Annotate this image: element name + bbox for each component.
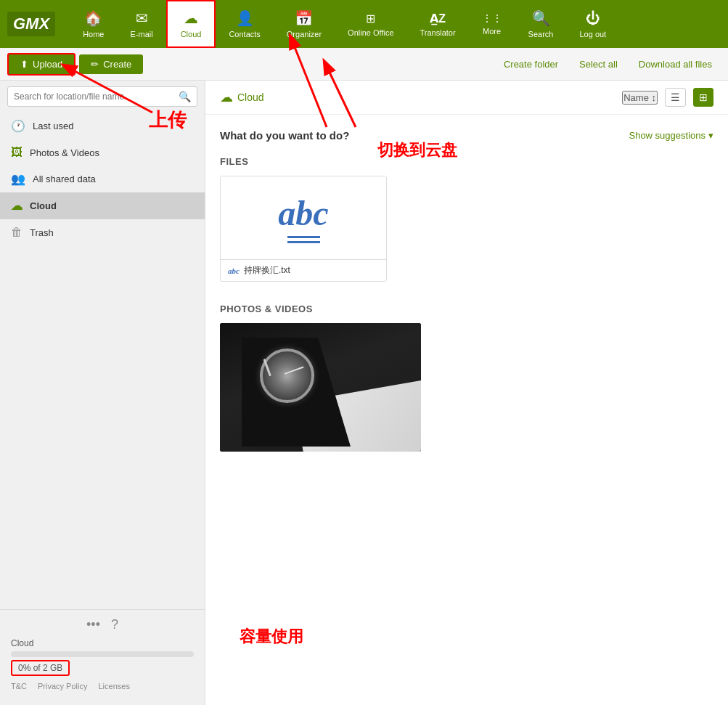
help-icon[interactable]: ? — [111, 617, 118, 632]
top-nav: GMX 🏠 Home ✉ E-mail ☁ Cloud 👤 Contacts 📅… — [0, 0, 728, 48]
more-icon: ⋮⋮ — [482, 12, 502, 24]
create-button[interactable]: ✏ Create — [79, 54, 143, 74]
footer-links: T&C Privacy Policy Licenses — [11, 682, 194, 690]
nav-logout[interactable]: ⏻ Log out — [566, 0, 619, 48]
footer-privacy-link[interactable]: Privacy Policy — [38, 682, 87, 690]
upload-icon: ⬆ — [20, 59, 28, 70]
file-name: abc 持牌换汇.txt — [221, 260, 386, 281]
clock-icon: 🕐 — [11, 119, 25, 133]
cloud-nav-icon: ☁ — [184, 9, 198, 27]
sidebar-item-cloud[interactable]: ☁ Cloud — [0, 192, 205, 219]
main-layout: 🔍 🕐 Last used 🖼 Photos & Videos 👥 All sh… — [0, 81, 728, 705]
create-folder-link[interactable]: Create folder — [495, 59, 567, 70]
nav-more[interactable]: ⋮⋮ More — [469, 0, 515, 48]
nav-email[interactable]: ✉ E-mail — [117, 0, 165, 48]
file-type-icon-large: abc — [278, 193, 328, 233]
nav-organizer-label: Organizer — [287, 30, 322, 38]
people-icon: 👥 — [11, 172, 25, 186]
upload-button[interactable]: ⬆ Upload — [7, 53, 75, 76]
file-badge: abc — [228, 266, 240, 275]
more-dots-icon[interactable]: ••• — [86, 617, 100, 632]
photos-section-title: Photos & Videos — [220, 303, 713, 314]
create-label: Create — [103, 59, 131, 70]
nav-contacts[interactable]: 👤 Contacts — [216, 0, 273, 48]
search-icon[interactable]: 🔍 — [179, 91, 191, 102]
gmx-logo: GMX — [7, 12, 55, 36]
download-all-link[interactable]: Download all files — [630, 59, 721, 70]
sidebar-item-last-used[interactable]: 🕐 Last used — [0, 113, 205, 139]
storage-bar — [11, 651, 194, 657]
nav-organizer[interactable]: 📅 Organizer — [274, 0, 335, 48]
organizer-icon: 📅 — [295, 9, 313, 27]
nav-translator[interactable]: A̲Z Translator — [407, 0, 469, 48]
breadcrumb-label: Cloud — [237, 91, 264, 103]
nav-translator-label: Translator — [420, 28, 456, 37]
sidebar-nav: 🕐 Last used 🖼 Photos & Videos 👥 All shar… — [0, 113, 205, 361]
nav-items: 🏠 Home ✉ E-mail ☁ Cloud 👤 Contacts 📅 Org… — [70, 0, 721, 48]
sidebar-item-photos-videos[interactable]: 🖼 Photos & Videos — [0, 139, 205, 166]
sidebar-item-trash[interactable]: 🗑 Trash — [0, 219, 205, 245]
search-input[interactable] — [14, 91, 179, 102]
trash-icon: 🗑 — [11, 226, 23, 239]
nav-email-label: E-mail — [130, 30, 152, 38]
logout-icon: ⏻ — [586, 10, 600, 27]
online-office-icon: ⊞ — [366, 12, 375, 25]
file-card-txt[interactable]: abc abc 持牌换汇.txt — [220, 176, 387, 282]
sidebar-footer: ••• ? Cloud 0% of 2 GB T&C Privacy Polic… — [0, 609, 205, 698]
sidebar-label-trash: Trash — [30, 227, 54, 238]
nav-online-office-label: Online Office — [348, 28, 393, 37]
nav-search[interactable]: 🔍 Search — [515, 0, 567, 48]
chevron-down-icon: ▾ — [708, 130, 713, 141]
nav-contacts-label: Contacts — [229, 30, 260, 38]
home-icon: 🏠 — [84, 9, 102, 27]
translator-icon: A̲Z — [430, 12, 446, 25]
file-underline2 — [287, 241, 320, 243]
photo-card[interactable] — [220, 323, 421, 452]
email-icon: ✉ — [136, 9, 148, 27]
nav-cloud[interactable]: ☁ Cloud — [166, 0, 216, 48]
watch-scene — [220, 323, 421, 452]
file-title: 持牌换汇.txt — [244, 264, 290, 277]
suggestion-bar: What do you want to do? Show suggestions… — [220, 129, 713, 142]
sidebar-item-all-shared[interactable]: 👥 All shared data — [0, 166, 205, 192]
photo-icon: 🖼 — [11, 146, 23, 159]
cloud-storage-label: Cloud — [11, 638, 194, 648]
show-suggestions-label: Show suggestions — [629, 130, 705, 141]
files-section-title: Files — [220, 156, 713, 167]
nav-cloud-label: Cloud — [181, 30, 202, 38]
list-view-button[interactable]: ☰ — [665, 88, 686, 107]
search-box[interactable]: 🔍 — [7, 86, 197, 107]
nav-online-office[interactable]: ⊞ Online Office — [335, 0, 406, 48]
file-preview: abc — [221, 176, 386, 260]
footer-tc-link[interactable]: T&C — [11, 682, 27, 690]
nav-search-label: Search — [528, 30, 554, 38]
grid-view-button[interactable]: ⊞ — [693, 88, 713, 107]
create-icon: ✏ — [91, 59, 99, 70]
nav-home-label: Home — [83, 30, 104, 38]
toolbar: ⬆ Upload ✏ Create Create folder Select a… — [0, 48, 728, 81]
storage-info: 0% of 2 GB — [11, 660, 70, 676]
photos-section: Photos & Videos — [220, 303, 713, 452]
sidebar-label-all-shared: All shared data — [33, 174, 96, 184]
footer-licenses-link[interactable]: Licenses — [98, 682, 129, 690]
select-all-link[interactable]: Select all — [570, 59, 626, 70]
footer-icons: ••• ? — [11, 617, 194, 632]
suggestion-title: What do you want to do? — [220, 129, 349, 142]
sort-button[interactable]: Name ↕ — [622, 91, 658, 105]
contacts-icon: 👤 — [236, 9, 254, 27]
sidebar-label-last-used: Last used — [33, 121, 73, 131]
cloud-sidebar-icon: ☁ — [11, 199, 23, 213]
content-header: ☁ Cloud Name ↕ ☰ ⊞ — [205, 81, 728, 115]
sidebar-label-photos-videos: Photos & Videos — [30, 147, 99, 158]
upload-label: Upload — [33, 59, 62, 70]
sidebar-label-cloud: Cloud — [30, 200, 57, 211]
watch-element — [260, 349, 314, 403]
nav-home[interactable]: 🏠 Home — [70, 0, 117, 48]
show-suggestions-button[interactable]: Show suggestions ▾ — [629, 130, 713, 141]
file-underline — [287, 236, 320, 238]
files-grid: abc abc 持牌换汇.txt — [220, 176, 713, 282]
view-controls: Name ↕ ☰ ⊞ — [622, 88, 713, 107]
content-area: ☁ Cloud Name ↕ ☰ ⊞ What do you want to d… — [205, 81, 728, 705]
nav-more-label: More — [483, 27, 501, 36]
nav-logout-label: Log out — [579, 30, 606, 38]
